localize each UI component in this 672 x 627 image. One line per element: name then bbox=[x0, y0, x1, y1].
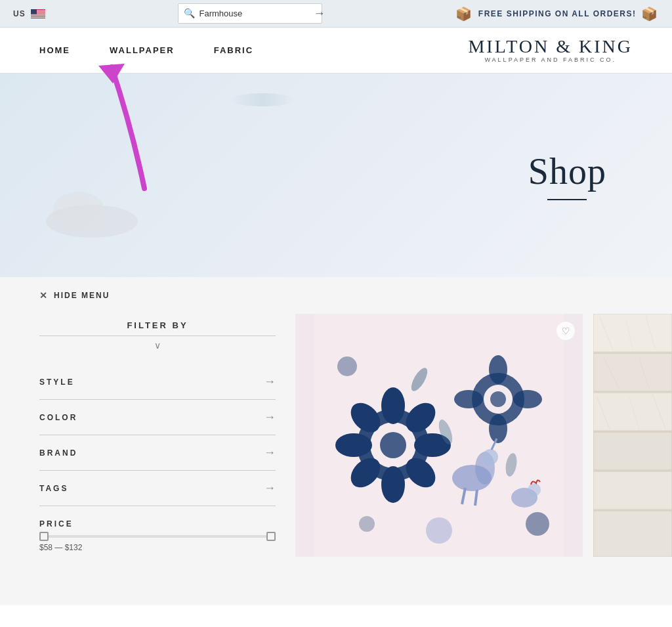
svg-rect-46 bbox=[593, 314, 672, 352]
filter-style-arrow: → bbox=[264, 375, 276, 389]
search-submit-arrow[interactable]: → bbox=[313, 7, 325, 20]
price-slider-track[interactable] bbox=[39, 535, 276, 538]
svg-rect-49 bbox=[593, 432, 672, 470]
svg-rect-47 bbox=[593, 353, 672, 391]
locale-label: US bbox=[13, 9, 26, 18]
price-label: PRICE bbox=[39, 519, 276, 529]
svg-rect-4 bbox=[31, 14, 45, 14]
svg-rect-50 bbox=[593, 471, 672, 509]
main-content: ✕ HIDE MENU FILTER BY ∨ STYLE → COLOR → … bbox=[0, 277, 672, 605]
shipping-text: FREE SHIPPING ON ALL ORDERS! bbox=[478, 9, 637, 18]
svg-point-10 bbox=[52, 192, 105, 231]
product-card-1[interactable]: ♡ bbox=[295, 314, 583, 557]
price-slider-fill bbox=[39, 535, 276, 538]
svg-point-29 bbox=[513, 390, 542, 408]
hero-divider bbox=[547, 199, 587, 200]
wishlist-button-1[interactable]: ♡ bbox=[556, 322, 575, 340]
svg-point-37 bbox=[528, 483, 541, 496]
hide-menu-bar[interactable]: ✕ HIDE MENU bbox=[0, 277, 672, 314]
svg-point-28 bbox=[454, 390, 483, 408]
brand-name: MILTON & KING bbox=[468, 37, 633, 57]
search-icon: 🔍 bbox=[184, 8, 195, 19]
hero-text-block: Shop bbox=[528, 150, 606, 200]
top-bar: US 🔍 → 📦 FREE SHIPPING ON ALL ORDERS! 📦 bbox=[0, 0, 672, 28]
filter-tags-label: TAGS bbox=[39, 484, 68, 493]
us-flag-icon bbox=[31, 9, 45, 18]
filter-tags[interactable]: TAGS → bbox=[39, 471, 276, 506]
sidebar-filters: FILTER BY ∨ STYLE → COLOR → BRAND → TAGS… bbox=[39, 314, 276, 557]
price-filter: PRICE $58 — $132 bbox=[39, 506, 276, 552]
search-bar[interactable]: 🔍 → bbox=[178, 3, 322, 24]
locale-section: US bbox=[13, 9, 45, 18]
hero-decor-bottom bbox=[39, 185, 171, 238]
products-grid: ♡ bbox=[295, 314, 672, 557]
svg-point-14 bbox=[380, 432, 406, 458]
nav-wallpaper[interactable]: WALLPAPER bbox=[110, 45, 175, 55]
filter-divider bbox=[39, 335, 276, 336]
product-image-floral bbox=[295, 314, 583, 557]
svg-point-32 bbox=[482, 449, 498, 465]
svg-point-27 bbox=[489, 414, 507, 443]
product-card-2[interactable] bbox=[593, 314, 672, 557]
nav-home[interactable]: HOME bbox=[39, 45, 70, 55]
search-input[interactable] bbox=[199, 9, 309, 18]
svg-rect-5 bbox=[31, 15, 45, 16]
main-nav: HOME WALLPAPER FABRIC MILTON & KING WALL… bbox=[0, 28, 672, 74]
price-range-text: $58 — $132 bbox=[39, 543, 276, 552]
hide-menu-label[interactable]: HIDE MENU bbox=[54, 291, 110, 300]
filter-style[interactable]: STYLE → bbox=[39, 364, 276, 400]
svg-rect-7 bbox=[31, 9, 37, 14]
shipping-box-icon-left: 📦 bbox=[455, 6, 473, 22]
svg-rect-48 bbox=[593, 393, 672, 431]
close-icon[interactable]: ✕ bbox=[39, 290, 49, 301]
product-image-wood bbox=[593, 314, 672, 557]
svg-point-40 bbox=[426, 517, 452, 544]
price-slider-thumb-min[interactable] bbox=[39, 532, 49, 541]
svg-rect-6 bbox=[31, 16, 45, 17]
filter-tags-arrow: → bbox=[264, 481, 276, 495]
svg-point-25 bbox=[490, 391, 506, 407]
hero-title: Shop bbox=[528, 150, 606, 192]
shipping-box-icon-right: 📦 bbox=[641, 6, 659, 22]
filter-chevron-icon: ∨ bbox=[39, 340, 276, 351]
svg-point-26 bbox=[489, 355, 507, 384]
filter-brand[interactable]: BRAND → bbox=[39, 435, 276, 471]
filter-color-label: COLOR bbox=[39, 413, 77, 422]
hero-section: Shop bbox=[0, 74, 672, 277]
filter-color[interactable]: COLOR → bbox=[39, 400, 276, 435]
price-slider-thumb-max[interactable] bbox=[266, 532, 276, 541]
brand-logo[interactable]: MILTON & KING WALLPAPER AND FABRIC Co. bbox=[468, 37, 633, 64]
brand-tagline: WALLPAPER AND FABRIC Co. bbox=[468, 57, 633, 64]
shipping-banner: 📦 FREE SHIPPING ON ALL ORDERS! 📦 bbox=[455, 6, 659, 22]
svg-point-15 bbox=[381, 387, 405, 424]
filter-style-label: STYLE bbox=[39, 378, 75, 387]
filter-by-title: FILTER BY bbox=[39, 320, 276, 330]
svg-point-41 bbox=[359, 516, 375, 532]
filter-brand-label: BRAND bbox=[39, 448, 77, 458]
filter-color-arrow: → bbox=[264, 410, 276, 424]
svg-point-38 bbox=[337, 357, 357, 376]
svg-point-16 bbox=[381, 466, 405, 503]
nav-fabric[interactable]: FABRIC bbox=[214, 45, 253, 55]
svg-point-17 bbox=[335, 433, 372, 457]
hero-decor-top bbox=[230, 93, 295, 106]
svg-rect-51 bbox=[593, 511, 672, 557]
nav-links-left: HOME WALLPAPER FABRIC bbox=[39, 45, 253, 55]
svg-point-39 bbox=[526, 512, 549, 536]
content-area: FILTER BY ∨ STYLE → COLOR → BRAND → TAGS… bbox=[0, 314, 672, 583]
filter-brand-arrow: → bbox=[264, 446, 276, 460]
